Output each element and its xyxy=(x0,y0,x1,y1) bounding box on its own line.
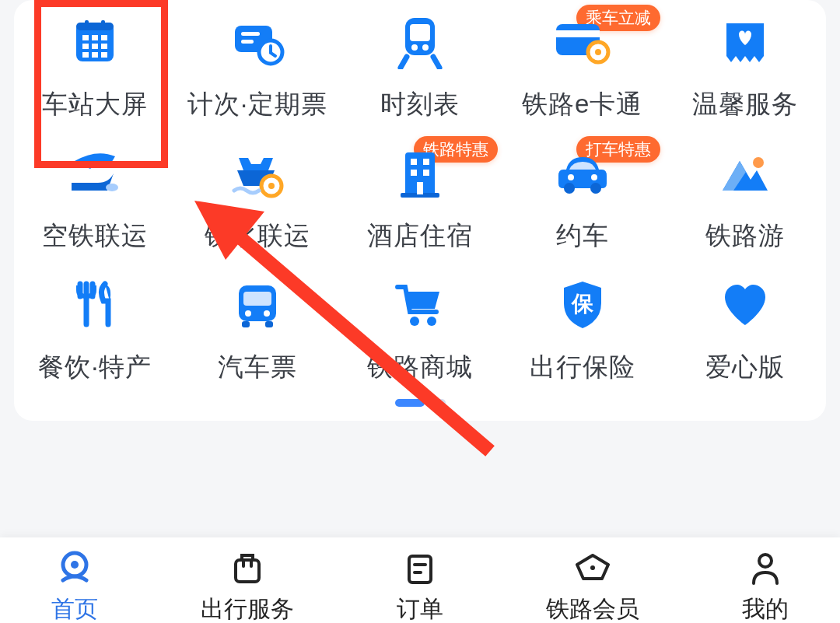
nav-label: 首页 xyxy=(51,593,98,623)
svg-point-43 xyxy=(264,310,270,317)
services-panel: 车站大屏 计次·定期票 xyxy=(14,0,826,421)
svg-point-27 xyxy=(268,183,275,189)
grid-item-label: 时刻表 xyxy=(380,87,460,122)
grid-item-love-version[interactable]: 爱心版 xyxy=(663,271,826,385)
nav-member[interactable]: 铁路会员 xyxy=(546,548,639,623)
pager-dot-active xyxy=(395,399,425,407)
pager-dot xyxy=(429,399,446,407)
svg-point-25 xyxy=(106,184,118,191)
nav-label: 订单 xyxy=(397,593,443,623)
grid-item-label: 计次·定期票 xyxy=(187,87,327,122)
grid-item-label: 铁路e卡通 xyxy=(522,87,642,122)
svg-rect-41 xyxy=(243,292,271,306)
grid-item-railway-mall[interactable]: 铁路商城 xyxy=(339,271,502,385)
svg-point-37 xyxy=(568,174,574,180)
taxi-icon xyxy=(551,144,614,205)
svg-rect-31 xyxy=(423,159,429,165)
svg-rect-22 xyxy=(556,30,600,37)
svg-point-58 xyxy=(759,555,772,567)
svg-rect-1 xyxy=(76,23,114,30)
svg-point-50 xyxy=(71,561,79,569)
svg-rect-10 xyxy=(82,52,89,58)
nav-travel-service[interactable]: 出行服务 xyxy=(201,548,294,623)
svg-rect-18 xyxy=(410,24,430,41)
station-screen-icon xyxy=(64,12,126,73)
hotel-icon xyxy=(389,144,451,205)
member-icon xyxy=(571,548,614,589)
grid-item-label: 车站大屏 xyxy=(42,87,148,122)
svg-point-46 xyxy=(410,317,419,326)
love-version-icon xyxy=(714,275,776,336)
svg-rect-8 xyxy=(92,44,98,49)
svg-point-57 xyxy=(590,565,595,570)
svg-point-35 xyxy=(564,183,575,194)
svg-point-19 xyxy=(411,44,418,51)
svg-rect-30 xyxy=(411,159,417,165)
travel-service-icon xyxy=(226,548,269,589)
grid-item-bus-ticket[interactable]: 汽车票 xyxy=(177,271,339,385)
page-indicator xyxy=(14,399,826,407)
grid-item-taxi[interactable]: 打车特惠 约车 xyxy=(501,139,663,254)
grid-item-label: 爱心版 xyxy=(705,350,785,385)
svg-rect-34 xyxy=(417,182,423,194)
grid-item-railway-tour[interactable]: 铁路游 xyxy=(663,139,826,254)
grid-item-rail-water[interactable]: 铁水联运 xyxy=(177,139,339,254)
e-card-icon xyxy=(551,12,614,73)
period-ticket-icon xyxy=(226,12,289,73)
svg-point-42 xyxy=(245,310,251,317)
bus-ticket-icon xyxy=(226,275,289,336)
rail-water-icon xyxy=(226,144,289,205)
svg-rect-45 xyxy=(265,321,273,327)
railway-mall-icon xyxy=(389,275,451,336)
svg-rect-54 xyxy=(409,556,431,583)
nav-home[interactable]: 首页 xyxy=(51,548,98,623)
grid-item-label: 铁水联运 xyxy=(205,219,310,254)
svg-text:保: 保 xyxy=(571,292,594,316)
svg-rect-44 xyxy=(242,321,250,327)
svg-rect-9 xyxy=(101,44,107,49)
grid-item-insurance[interactable]: 保 出行保险 xyxy=(501,271,663,385)
orders-icon xyxy=(398,548,442,589)
profile-icon xyxy=(744,548,787,589)
svg-point-20 xyxy=(422,44,429,51)
warm-service-icon xyxy=(714,12,776,73)
svg-point-24 xyxy=(595,49,601,55)
svg-rect-51 xyxy=(236,560,259,582)
air-rail-icon xyxy=(64,144,126,205)
grid-item-e-card[interactable]: 乘车立减 铁路e卡通 xyxy=(501,8,663,122)
svg-rect-32 xyxy=(411,170,417,176)
services-grid: 车站大屏 计次·定期票 xyxy=(14,8,826,385)
railway-tour-icon xyxy=(714,144,776,205)
bottom-nav: 首页 出行服务 订单 铁路会员 xyxy=(0,537,840,623)
svg-rect-14 xyxy=(241,32,260,36)
svg-rect-3 xyxy=(101,20,105,28)
timetable-icon xyxy=(389,12,451,73)
grid-item-air-rail[interactable]: 空铁联运 xyxy=(14,139,177,254)
grid-item-food[interactable]: 餐饮·特产 xyxy=(14,271,177,385)
nav-label: 铁路会员 xyxy=(546,593,639,623)
grid-item-warm-service[interactable]: 温馨服务 xyxy=(663,8,826,122)
nav-orders[interactable]: 订单 xyxy=(397,548,443,623)
svg-point-38 xyxy=(591,174,597,180)
insurance-icon: 保 xyxy=(551,275,614,336)
svg-rect-15 xyxy=(241,40,254,44)
home-icon xyxy=(53,548,96,589)
grid-item-label: 温馨服务 xyxy=(692,87,798,122)
grid-item-label: 餐饮·特产 xyxy=(38,350,152,385)
grid-item-label: 约车 xyxy=(556,219,609,254)
svg-rect-11 xyxy=(92,52,98,58)
nav-profile[interactable]: 我的 xyxy=(742,548,789,623)
svg-point-47 xyxy=(427,317,436,326)
grid-item-timetable[interactable]: 时刻表 xyxy=(339,8,502,122)
grid-item-label: 酒店住宿 xyxy=(367,219,473,254)
svg-point-36 xyxy=(590,183,601,194)
svg-rect-12 xyxy=(101,52,107,58)
grid-item-hotel[interactable]: 铁路特惠 酒店住宿 xyxy=(339,139,502,254)
svg-rect-33 xyxy=(423,170,429,176)
grid-item-label: 出行保险 xyxy=(530,350,635,385)
grid-item-period-ticket[interactable]: 计次·定期票 xyxy=(177,8,339,122)
grid-item-label: 铁路游 xyxy=(705,219,785,254)
grid-item-station-screen[interactable]: 车站大屏 xyxy=(14,8,177,122)
svg-point-39 xyxy=(753,157,764,168)
nav-label: 出行服务 xyxy=(201,593,294,623)
